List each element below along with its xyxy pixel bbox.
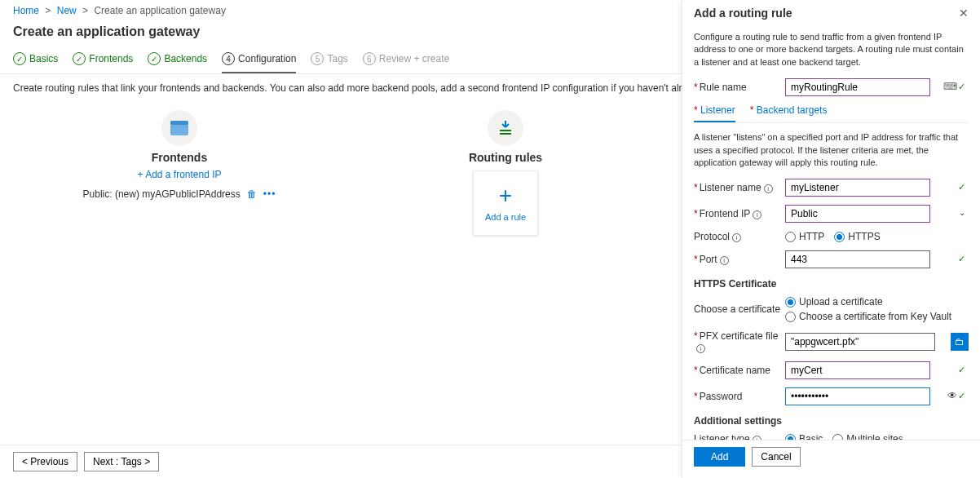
https-cert-heading: HTTPS Certificate xyxy=(694,278,969,290)
pfx-file-input[interactable] xyxy=(785,333,935,351)
frontend-ip-select[interactable] xyxy=(785,205,930,223)
previous-button[interactable]: < Previous xyxy=(13,452,77,471)
wizard-footer: < Previous Next : Tags > xyxy=(0,445,682,478)
check-icon: ✓ xyxy=(958,365,965,375)
info-icon[interactable]: i xyxy=(753,210,761,219)
listener-type-basic-radio[interactable]: Basic xyxy=(785,433,823,440)
tab-review: 6Review + create xyxy=(363,47,449,73)
subtab-listener[interactable]: * Listener xyxy=(694,104,735,122)
chevron-down-icon: ⌄ xyxy=(959,208,965,217)
delete-icon[interactable]: 🗑 xyxy=(247,188,257,200)
frontends-column: Frontends + Add a frontend IP Public: (n… xyxy=(65,110,294,236)
tab-basics[interactable]: ✓Basics xyxy=(13,47,58,73)
check-icon: ✓ xyxy=(958,254,965,264)
frontend-ip-label: *Frontend IPi xyxy=(694,208,785,219)
check-icon: ✓ xyxy=(958,82,965,92)
protocol-https-radio[interactable]: HTTPS xyxy=(834,231,880,242)
listener-type-multi-radio[interactable]: Multiple sites xyxy=(832,433,903,440)
tab-configuration[interactable]: 4Configuration xyxy=(222,47,296,73)
protocol-label: Protocoli xyxy=(694,231,785,242)
cert-name-input[interactable] xyxy=(785,361,930,379)
close-icon[interactable]: ✕ xyxy=(959,7,969,20)
svg-rect-1 xyxy=(170,121,188,125)
keyboard-icon: ⌨ xyxy=(943,81,957,92)
routing-rule-panel: Add a routing rule ✕ Configure a routing… xyxy=(682,0,980,478)
routing-heading: Routing rules xyxy=(391,151,620,164)
additional-settings-heading: Additional settings xyxy=(694,415,969,427)
listener-name-label: *Listener namei xyxy=(694,182,785,193)
info-icon[interactable]: i xyxy=(764,184,773,193)
tab-backends[interactable]: ✓Backends xyxy=(148,47,207,73)
choose-cert-label: Choose a certificate xyxy=(694,303,785,315)
listener-type-label: Listener typei xyxy=(694,433,785,440)
frontend-item-label: Public: (new) myAGPublicIPAddress xyxy=(83,188,241,200)
port-input[interactable] xyxy=(785,250,930,268)
subtab-backend[interactable]: * Backend targets xyxy=(750,104,828,122)
cert-name-label: *Certificate name xyxy=(694,365,785,376)
tab-tags: 5Tags xyxy=(311,47,347,73)
cert-upload-radio[interactable]: Upload a certificate xyxy=(785,296,951,308)
add-button[interactable]: Add xyxy=(694,447,745,467)
tab-frontends[interactable]: ✓Frontends xyxy=(73,47,133,73)
crumb-new[interactable]: New xyxy=(57,5,77,16)
rule-name-label: *Rule name xyxy=(694,82,785,93)
routing-column: Routing rules + Add a rule xyxy=(391,110,620,236)
check-icon: ✓ xyxy=(958,182,965,193)
folder-icon[interactable]: 🗀 xyxy=(951,333,969,351)
eye-icon[interactable]: 👁 xyxy=(947,390,957,401)
crumb-home[interactable]: Home xyxy=(13,5,39,16)
cert-keyvault-radio[interactable]: Choose a certificate from Key Vault xyxy=(785,311,951,322)
more-icon[interactable]: ••• xyxy=(263,188,276,200)
frontends-icon xyxy=(161,110,197,146)
listener-name-input[interactable] xyxy=(785,179,930,197)
crumb-current: Create an application gateway xyxy=(94,5,225,16)
password-label: *Password xyxy=(694,391,785,402)
add-frontend-link[interactable]: + Add a frontend IP xyxy=(65,169,294,180)
rule-name-input[interactable] xyxy=(785,78,930,96)
info-icon[interactable]: i xyxy=(720,256,729,265)
routing-icon xyxy=(488,110,523,146)
frontends-heading: Frontends xyxy=(65,151,294,164)
check-icon: ✓ xyxy=(958,391,965,401)
next-button[interactable]: Next : Tags > xyxy=(84,452,159,471)
protocol-http-radio[interactable]: HTTP xyxy=(785,231,824,242)
info-icon[interactable]: i xyxy=(696,344,705,353)
add-rule-label: Add a rule xyxy=(485,212,526,222)
panel-title: Add a routing rule xyxy=(694,7,792,20)
cancel-button[interactable]: Cancel xyxy=(752,447,800,467)
info-icon[interactable]: i xyxy=(732,233,741,242)
plus-icon: + xyxy=(499,184,512,207)
password-input[interactable] xyxy=(785,387,930,405)
pfx-file-label: *PFX certificate filei xyxy=(694,330,785,353)
panel-description: Configure a routing rule to send traffic… xyxy=(694,31,969,69)
listener-description: A listener "listens" on a specified port… xyxy=(694,131,969,169)
port-label: *Porti xyxy=(694,254,785,265)
add-rule-card[interactable]: + Add a rule xyxy=(473,170,538,236)
